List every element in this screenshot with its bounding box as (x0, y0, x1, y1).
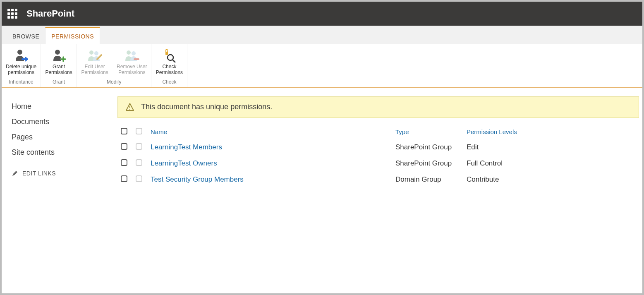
svg-point-0 (17, 50, 22, 55)
row-secondary-checkbox[interactable] (136, 175, 142, 182)
content-area: Home Documents Pages Site contents EDIT … (2, 88, 642, 192)
ribbon-btn-label: Check (162, 64, 176, 70)
permission-level: Contribute (464, 173, 638, 188)
svg-rect-11 (129, 106, 130, 108)
col-header-type[interactable]: Type (395, 128, 409, 135)
user-edit-icon (86, 48, 103, 62)
grant-permissions-button[interactable]: Grant Permissions (41, 46, 77, 77)
tab-permissions[interactable]: PERMISSIONS (45, 27, 100, 44)
svg-point-3 (89, 50, 93, 55)
ribbon-btn-label: Permissions (81, 70, 108, 76)
remove-user-permissions-button: Remove User Permissions (113, 46, 151, 77)
row-checkbox[interactable] (121, 159, 127, 166)
svg-point-1 (55, 50, 60, 55)
row-secondary-checkbox[interactable] (136, 159, 142, 166)
svg-point-6 (132, 51, 136, 55)
principal-link[interactable]: Test Security Group Members (151, 175, 244, 183)
ribbon-btn-label: Permissions (45, 70, 72, 76)
ribbon: Delete unique permissions Inheritance Gr… (2, 44, 642, 88)
ribbon-btn-label: Permissions (156, 70, 183, 76)
table-row: Test Security Group Members Domain Group… (118, 173, 638, 188)
table-header-row: Name Type Permission Levels (118, 125, 638, 140)
permissions-table: Name Type Permission Levels LearningTest… (117, 124, 639, 189)
user-add-icon (51, 48, 67, 62)
svg-rect-12 (129, 109, 130, 110)
ribbon-group-label: Check (151, 77, 187, 87)
key-search-icon (161, 48, 177, 62)
nav-documents[interactable]: Documents (12, 114, 112, 130)
quick-launch: Home Documents Pages Site contents EDIT … (2, 91, 117, 192)
nav-home[interactable]: Home (12, 99, 112, 114)
ribbon-btn-label: Remove User (117, 64, 147, 70)
principal-type: Domain Group (393, 173, 463, 188)
principal-link[interactable]: LearningTest Owners (151, 159, 217, 167)
row-secondary-checkbox[interactable] (136, 143, 142, 150)
col-header-name[interactable]: Name (151, 128, 167, 135)
principal-type: SharePoint Group (393, 157, 463, 172)
nav-site-contents[interactable]: Site contents (12, 145, 112, 160)
table-row: LearningTest Owners SharePoint Group Ful… (118, 157, 638, 172)
tab-browse[interactable]: BROWSE (7, 28, 45, 44)
ribbon-tabs: BROWSE PERMISSIONS (2, 26, 642, 44)
ribbon-group-label: Modify (77, 77, 151, 87)
ribbon-btn-label: permissions (8, 70, 34, 76)
ribbon-btn-label: Grant (53, 64, 65, 70)
principal-type: SharePoint Group (393, 141, 463, 156)
edit-links-button[interactable]: EDIT LINKS (12, 160, 112, 177)
table-row: LearningTest Members SharePoint Group Ed… (118, 141, 638, 156)
ribbon-group-inheritance: Delete unique permissions Inheritance (2, 44, 41, 87)
suite-bar: SharePoint (2, 2, 642, 26)
permission-level: Full Control (464, 157, 638, 172)
ribbon-group-grant: Grant Permissions Grant (41, 44, 77, 87)
warning-icon (125, 103, 134, 112)
permissions-notice: This document has unique permissions. (117, 96, 639, 118)
pencil-icon (12, 170, 18, 177)
nav-pages[interactable]: Pages (12, 130, 112, 145)
ribbon-group-label: Grant (41, 77, 77, 87)
edit-links-label: EDIT LINKS (22, 170, 56, 177)
app-launcher-icon[interactable] (7, 9, 17, 19)
svg-rect-9 (165, 53, 167, 55)
check-permissions-button[interactable]: Check Permissions (151, 46, 187, 77)
row-checkbox[interactable] (121, 175, 127, 182)
row-checkbox[interactable] (121, 143, 127, 150)
permission-level: Edit (464, 141, 638, 156)
col-header-permission-levels[interactable]: Permission Levels (467, 128, 517, 135)
app-title: SharePoint (26, 8, 74, 19)
user-remove-icon (124, 48, 140, 62)
ribbon-btn-label: Edit User (84, 64, 105, 70)
notice-text: This document has unique permissions. (141, 103, 272, 111)
user-delete-icon (13, 48, 29, 62)
svg-point-5 (127, 50, 131, 55)
delete-unique-permissions-button[interactable]: Delete unique permissions (2, 46, 41, 77)
attachment-header-icon (136, 128, 142, 134)
ribbon-group-check: Check Permissions Check (151, 44, 187, 87)
ribbon-btn-label: Delete unique (6, 64, 36, 70)
principal-link[interactable]: LearningTest Members (151, 143, 222, 151)
main-content: This document has unique permissions. Na… (117, 91, 642, 192)
svg-point-4 (94, 51, 98, 55)
ribbon-btn-label: Permissions (118, 70, 145, 76)
ribbon-group-modify: Edit User Permissions Remove User Permis… (77, 44, 151, 87)
edit-user-permissions-button: Edit User Permissions (77, 46, 113, 77)
select-all-checkbox[interactable] (121, 128, 127, 134)
svg-point-8 (166, 50, 168, 52)
ribbon-group-label: Inheritance (2, 77, 41, 87)
